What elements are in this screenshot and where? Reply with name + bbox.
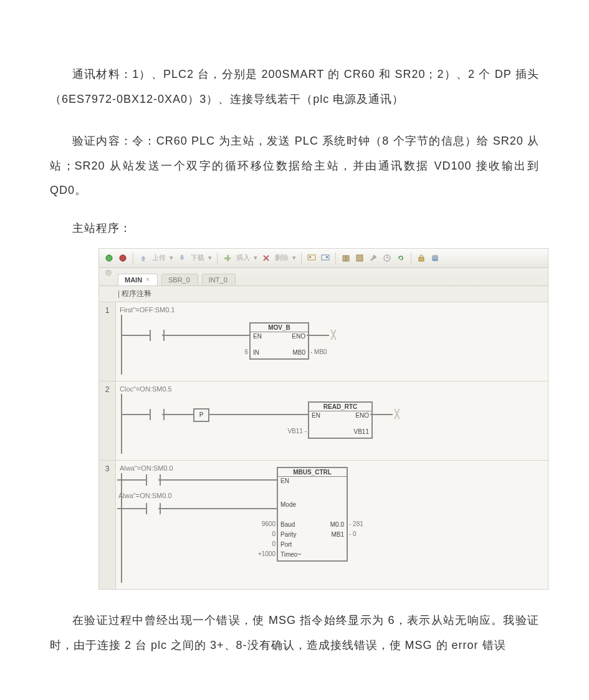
run-icon[interactable] [104, 253, 114, 263]
ladder-area-1: First"=OFF:SM0.1 MOV_B EN ENO I [116, 302, 548, 381]
delete-label[interactable]: 删除 [275, 253, 289, 262]
editor-tabbar: MAIN × SBR_0 INT_0 [99, 268, 548, 286]
download-label[interactable]: 下载 [191, 253, 204, 262]
tab-int-label: INT_0 [209, 276, 227, 284]
network-2-comment: Cloc"=ON:SM0.5 [120, 385, 544, 393]
svg-point-0 [106, 255, 112, 261]
svg-point-1 [120, 255, 126, 261]
network-2: 2 Cloc"=ON:SM0.5 P READ_RTC EN ENO [99, 381, 548, 461]
mov-b-in: IN [253, 349, 259, 358]
svg-rect-6 [322, 255, 329, 260]
mbus-baud-val: 9600 [262, 520, 278, 527]
clock-icon[interactable] [382, 253, 392, 263]
mbus-baud-tail: - 281 [347, 520, 363, 527]
mbus-ctrl-title: MBUS_CTRL [278, 468, 347, 477]
close-icon[interactable]: × [146, 276, 150, 283]
delete-icon[interactable] [261, 253, 271, 263]
mbus-timeout-val: +1000 [258, 550, 278, 557]
mbus-parity-val: 0 [272, 530, 278, 537]
mbus-en: EN [280, 477, 289, 486]
tab-sbr[interactable]: SBR_0 [161, 274, 198, 285]
wrench-icon[interactable] [368, 253, 378, 263]
mbus-mode: Mode [280, 501, 296, 510]
network-number: 2 [99, 381, 116, 460]
mbus-ctrl-block: MBUS_CTRL EN Mode Baud M0.0 9600 [277, 467, 348, 562]
mbus-parity-tail: - 0 [347, 530, 357, 537]
read-rtc-block: READ_RTC EN ENO VB11 VB11 - [308, 401, 373, 439]
insert-label[interactable]: 插入 [236, 253, 250, 262]
mbus-baud-out: M0.0 [330, 521, 344, 530]
paragraph-materials: 通讯材料：1）、PLC2 台，分别是 200SMART 的 CR60 和 SR2… [50, 62, 539, 112]
separator-icon [133, 252, 133, 264]
mov-b-out: MB0 [292, 349, 305, 358]
dropdown-caret-2[interactable]: ▾ [208, 254, 212, 262]
mbus-port: Port [280, 541, 292, 550]
refresh-icon[interactable] [396, 253, 406, 263]
upload-label[interactable]: 上传 [152, 253, 166, 262]
svg-point-13 [432, 259, 438, 261]
section-heading-master-program: 主站程序： [50, 221, 539, 236]
separator-icon-4 [335, 252, 336, 264]
mbus-port-val: 0 [272, 540, 278, 547]
mbus-parity-out: MB1 [331, 531, 344, 540]
tool-icon-2[interactable] [320, 253, 330, 263]
network-number: 1 [99, 302, 116, 381]
read-rtc-en: EN [312, 412, 320, 421]
editor-toolbar: 上传 ▾ 下载 ▾ 插入 ▾ 删除 ▾ [99, 249, 548, 268]
mov-b-block: MOV_B EN ENO IN MB0 6 - MB0 [249, 322, 309, 360]
dropdown-caret-3[interactable]: ▾ [254, 254, 257, 262]
ladder-editor-screenshot: 上传 ▾ 下载 ▾ 插入 ▾ 删除 ▾ [98, 248, 548, 590]
dropdown-caret-1[interactable]: ▾ [170, 254, 173, 262]
network-1: 1 First"=OFF:SM0.1 MOV_B EN ENO [99, 302, 548, 381]
lock-icon[interactable] [416, 253, 426, 263]
positive-edge-box: P [193, 408, 209, 422]
separator-icon-2 [217, 252, 218, 264]
svg-rect-3 [227, 255, 229, 261]
svg-rect-7 [326, 256, 328, 258]
network-3: 3 Alwa"=ON:SM0.0 Alwa"=ON:SM0.0 MBUS_CTR… [99, 461, 548, 589]
network-3-comment-2: Alwa"=ON:SM0.0 [118, 492, 172, 499]
read-rtc-ext-l: VB11 - [287, 428, 309, 434]
book-icon[interactable] [341, 253, 351, 263]
tabbar-handle-icon [105, 270, 112, 276]
paragraph-error: 在验证过程中曾经出现一个错误，使 MSG 指令始终显示为 6，表示从站无响应。我… [50, 608, 539, 658]
tab-main[interactable]: MAIN × [118, 274, 158, 285]
mbus-parity: Parity [280, 531, 297, 540]
tab-sbr-label: SBR_0 [168, 276, 190, 284]
separator-icon-5 [411, 252, 411, 264]
insert-icon[interactable] [223, 253, 232, 263]
mov-b-in-val: 6 [244, 348, 251, 355]
mbus-baud: Baud [280, 521, 295, 530]
program-comment-row: 程序注释 [99, 286, 548, 302]
svg-rect-5 [309, 256, 311, 258]
db-icon[interactable] [430, 253, 440, 263]
book2-icon[interactable] [355, 253, 365, 263]
rung-terminator [393, 409, 403, 419]
svg-rect-10 [419, 257, 424, 261]
ladder-area-2: Cloc"=ON:SM0.5 P READ_RTC EN ENO [116, 381, 548, 460]
read-rtc-eno: ENO [355, 412, 369, 421]
read-rtc-out: VB11 [354, 428, 369, 437]
upload-icon[interactable] [138, 253, 148, 263]
read-rtc-title: READ_RTC [309, 403, 371, 411]
tab-int[interactable]: INT_0 [202, 274, 236, 285]
mov-b-eno: ENO [292, 333, 305, 342]
paragraph-validation: 验证内容：令：CR60 PLC 为主站，发送 PLC 系统时钟（8 个字节的信息… [50, 129, 539, 203]
tool-icon-1[interactable] [307, 253, 317, 263]
download-icon[interactable] [177, 253, 187, 263]
rung-terminator [329, 330, 339, 340]
ladder-area-3: Alwa"=ON:SM0.0 Alwa"=ON:SM0.0 MBUS_CTRL … [116, 461, 548, 589]
mbus-timeout: Timeo~ [280, 551, 301, 560]
tab-main-label: MAIN [125, 276, 142, 284]
svg-rect-8 [357, 255, 363, 261]
svg-rect-4 [308, 255, 315, 260]
document-page: 通讯材料：1）、PLC2 台，分别是 200SMART 的 CR60 和 SR2… [0, 0, 589, 700]
mov-b-out-ext: - MB0 [308, 348, 327, 355]
separator-icon-3 [301, 252, 302, 264]
network-1-comment: First"=OFF:SM0.1 [120, 306, 544, 314]
mov-b-title: MOV_B [251, 324, 308, 332]
stop-icon[interactable] [118, 253, 128, 263]
mov-b-en: EN [253, 333, 262, 342]
network-number: 3 [99, 461, 116, 589]
dropdown-caret-4[interactable]: ▾ [292, 254, 296, 262]
